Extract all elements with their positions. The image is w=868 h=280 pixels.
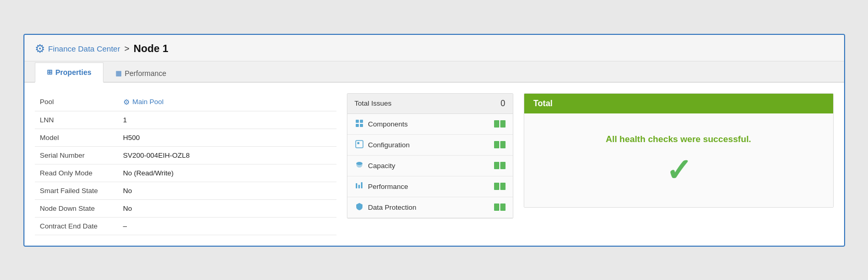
pool-link-text: Main Pool (133, 98, 164, 106)
prop-value-model: H500 (118, 129, 336, 146)
checkmark-icon: ✓ (666, 155, 692, 186)
properties-tab-icon: ⊞ (47, 68, 53, 76)
issues-count: 0 (501, 99, 506, 108)
tab-performance[interactable]: ▦ Performance (103, 63, 178, 83)
svg-rect-4 (356, 141, 363, 148)
svg-rect-3 (360, 124, 363, 127)
issues-row-capacity-label: Capacity (368, 162, 396, 170)
components-bar (494, 120, 506, 128)
pool-icon: ⚙ (123, 98, 130, 106)
issues-row-dataprotection[interactable]: Data Protection (347, 197, 513, 218)
configuration-icon (355, 140, 364, 150)
breadcrumb-current: Node 1 (134, 43, 169, 55)
dataprotection-bar (494, 203, 506, 211)
prop-label-readonly: Read Only Mode (35, 164, 118, 182)
table-row: Read Only Mode No (Read/Write) (35, 164, 336, 182)
page-header: ⚙ Finance Data Center > Node 1 (24, 35, 844, 61)
prop-label-pool: Pool (35, 93, 118, 111)
table-row: Pool ⚙ Main Pool (35, 93, 336, 111)
prop-label-lnn: LNN (35, 111, 118, 129)
breadcrumb-separator: > (124, 44, 129, 54)
issues-row-dataprotection-label: Data Protection (368, 203, 417, 211)
capacity-icon (355, 161, 364, 171)
app-frame: ⚙ Finance Data Center > Node 1 ⊞ Propert… (23, 34, 845, 247)
breadcrumb-link[interactable]: Finance Data Center (48, 44, 120, 53)
success-message: All health checks were successful. (606, 134, 752, 145)
table-row: Serial Number SV200-004EIH-OZL8 (35, 146, 336, 164)
issues-row-capacity[interactable]: Capacity (347, 156, 513, 176)
prop-label-contract: Contract End Date (35, 217, 118, 235)
performance-bar (494, 183, 506, 190)
prop-value-serial: SV200-004EIH-OZL8 (118, 146, 336, 164)
data-protection-icon (355, 202, 364, 212)
prop-label-model: Model (35, 129, 118, 146)
svg-rect-8 (358, 185, 360, 188)
issues-row-configuration[interactable]: Configuration (347, 135, 513, 156)
issues-row-performance[interactable]: Performance (347, 176, 513, 197)
prop-label-smartfailed: Smart Failed State (35, 182, 118, 199)
issues-row-components-label: Components (368, 120, 408, 128)
table-row: Contract End Date – (35, 217, 336, 235)
table-row: Model H500 (35, 129, 336, 146)
total-body: All health checks were successful. ✓ (524, 113, 833, 207)
prop-value-pool: ⚙ Main Pool (118, 93, 336, 111)
prop-value-nodedown: No (118, 199, 336, 217)
content-area: Pool ⚙ Main Pool LNN 1 Model H500 (24, 83, 844, 246)
prop-value-readonly: No (Read/Write) (118, 164, 336, 182)
tabs-bar: ⊞ Properties ▦ Performance (24, 61, 844, 83)
tab-properties-label: Properties (56, 68, 92, 77)
table-row: Node Down State No (35, 199, 336, 217)
pool-link[interactable]: ⚙ Main Pool (123, 98, 331, 106)
prop-value-contract: – (118, 217, 336, 235)
issues-row-performance-label: Performance (368, 183, 408, 190)
issues-row-components[interactable]: Components (347, 114, 513, 135)
svg-rect-5 (357, 142, 359, 144)
issues-header-label: Total Issues (355, 99, 392, 107)
configuration-bar (494, 141, 506, 148)
svg-rect-2 (356, 124, 359, 127)
svg-rect-9 (361, 182, 362, 188)
app-logo-icon: ⚙ (35, 42, 45, 56)
tab-performance-label: Performance (125, 69, 166, 78)
tab-properties[interactable]: ⊞ Properties (35, 62, 103, 83)
total-panel: Total All health checks were successful.… (524, 93, 834, 208)
prop-label-serial: Serial Number (35, 146, 118, 164)
performance-tab-icon: ▦ (115, 69, 122, 77)
svg-rect-7 (356, 183, 357, 188)
svg-rect-0 (356, 120, 359, 123)
performance-issue-icon (355, 182, 364, 192)
prop-label-nodedown: Node Down State (35, 199, 118, 217)
table-row: Smart Failed State No (35, 182, 336, 199)
capacity-bar (494, 162, 506, 169)
properties-table: Pool ⚙ Main Pool LNN 1 Model H500 (35, 93, 336, 235)
breadcrumb: ⚙ Finance Data Center > Node 1 (35, 42, 169, 56)
total-header-label: Total (534, 99, 553, 108)
components-icon (355, 119, 364, 129)
svg-rect-1 (360, 120, 363, 123)
total-header: Total (524, 94, 833, 113)
issues-row-configuration-label: Configuration (368, 141, 410, 149)
issues-header: Total Issues 0 (347, 94, 513, 114)
prop-value-smartfailed: No (118, 182, 336, 199)
prop-value-lnn: 1 (118, 111, 336, 129)
table-row: LNN 1 (35, 111, 336, 129)
issues-panel: Total Issues 0 Components (347, 93, 513, 219)
